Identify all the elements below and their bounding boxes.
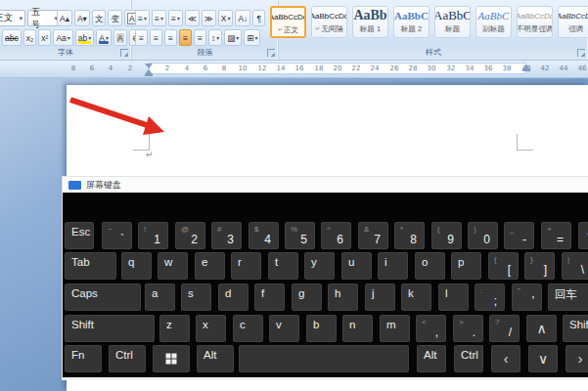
key-semicolon[interactable]: :; — [475, 283, 505, 311]
style-title[interactable]: AaBbC标题 — [434, 6, 471, 38]
key-space[interactable] — [239, 345, 409, 372]
change-case-button[interactable]: 变 — [108, 10, 122, 26]
key-bracket-open[interactable]: {[ — [488, 252, 519, 280]
key-5[interactable]: %5 — [285, 222, 315, 249]
key-6[interactable]: ^6 — [321, 222, 351, 249]
clear-formatting-button[interactable]: Aa — [53, 29, 72, 46]
strikethrough-button[interactable]: abc — [2, 29, 22, 46]
grow-font-button[interactable]: A▴ — [57, 10, 72, 26]
key-t[interactable]: t — [268, 252, 298, 280]
key-shift-left[interactable]: Shift — [65, 315, 155, 342]
key-7[interactable]: &7 — [358, 222, 388, 249]
decrease-indent-button[interactable]: ≪ — [185, 10, 200, 26]
key-d[interactable]: d — [218, 283, 249, 311]
style-heading1[interactable]: AaBb标题 1 — [352, 6, 388, 38]
key-alt-right[interactable]: Alt — [417, 345, 446, 372]
shrink-font-button[interactable]: A▾ — [74, 10, 90, 26]
key-3[interactable]: #3 — [211, 222, 242, 249]
style-subtle-emphasis[interactable]: AaBbCcDd不明显强调 — [517, 6, 553, 38]
text-highlight-button[interactable]: ab — [75, 29, 94, 46]
style-emphasis[interactable]: AaBbCcDd强调 — [558, 6, 588, 38]
line-spacing-button[interactable]: ↕ — [208, 29, 222, 46]
keyboard-titlebar[interactable]: 屏幕键盘 — [63, 177, 588, 193]
key-caps[interactable]: Caps — [65, 283, 141, 311]
key-backtick[interactable]: ~` — [102, 222, 132, 249]
key-equals[interactable]: += — [541, 222, 571, 249]
shading-button[interactable]: ▨ — [224, 29, 242, 46]
pinyin-guide-button[interactable]: 文 — [92, 10, 107, 26]
key-arrow-up[interactable]: ∧ — [526, 315, 557, 342]
key-minus[interactable]: _- — [504, 222, 534, 249]
paragraph-dialog-launcher-icon[interactable] — [267, 49, 275, 57]
numbering-button[interactable]: ≡ — [152, 10, 166, 26]
key-v[interactable]: v — [269, 315, 299, 342]
key-r[interactable]: r — [231, 252, 261, 280]
key-g[interactable]: g — [292, 283, 322, 311]
key-tab[interactable]: Tab — [65, 252, 116, 280]
key-p[interactable]: p — [451, 252, 481, 280]
key-n[interactable]: n — [342, 315, 373, 342]
font-color-button[interactable]: A — [96, 29, 112, 46]
left-indent-marker[interactable] — [145, 74, 153, 76]
key-esc[interactable]: Esc — [65, 222, 94, 249]
multilevel-list-button[interactable]: ≡ — [168, 10, 183, 26]
key-9[interactable]: (9 — [431, 222, 462, 249]
styles-dialog-launcher-icon[interactable] — [577, 49, 585, 57]
superscript-button[interactable]: x² — [38, 29, 51, 46]
key-c[interactable]: c — [233, 315, 263, 342]
key-1[interactable]: !1 — [138, 222, 168, 249]
font-dialog-launcher-icon[interactable] — [120, 49, 128, 57]
key-i[interactable]: i — [378, 252, 408, 280]
style-heading2[interactable]: AaBbC标题 2 — [393, 6, 430, 38]
align-center-button[interactable]: ≡ — [150, 29, 162, 46]
justify-button[interactable]: ≡ — [179, 29, 192, 46]
key-x[interactable]: x — [196, 315, 226, 342]
key-h[interactable]: h — [328, 283, 358, 311]
asian-layout-button[interactable]: X — [218, 10, 234, 26]
key-backspace[interactable]: ← — [578, 222, 588, 249]
key-0[interactable]: )0 — [468, 222, 498, 249]
key-alt-left[interactable]: Alt — [197, 345, 234, 372]
increase-indent-button[interactable]: ≫ — [202, 10, 216, 26]
align-right-button[interactable]: ≡ — [164, 29, 177, 46]
key-k[interactable]: k — [401, 283, 431, 311]
key-8[interactable]: *8 — [394, 222, 425, 249]
key-s[interactable]: s — [181, 283, 211, 311]
subscript-button[interactable]: x₂ — [23, 29, 37, 46]
show-marks-button[interactable]: ¶ — [252, 10, 265, 26]
font-name-combo[interactable]: 正文 — [0, 10, 25, 26]
key-slash[interactable]: ?/ — [489, 315, 520, 342]
key-u[interactable]: u — [341, 252, 372, 280]
style-normal[interactable]: AaBbCcDd↵正文 — [270, 6, 306, 38]
key-fn[interactable]: Fn — [65, 345, 102, 372]
key-z[interactable]: z — [159, 315, 190, 342]
key-period[interactable]: >. — [453, 315, 483, 342]
key-arrow-left[interactable]: ‹ — [491, 345, 520, 372]
key-e[interactable]: e — [195, 252, 225, 280]
key-w[interactable]: w — [158, 252, 188, 280]
align-left-button[interactable]: ≡ — [135, 29, 148, 46]
key-comma[interactable]: <, — [416, 315, 446, 342]
borders-button[interactable]: ⊞ — [244, 29, 260, 46]
key-j[interactable]: j — [365, 283, 395, 311]
key-4[interactable]: $4 — [249, 222, 279, 249]
key-ctrl-left[interactable]: Ctrl — [109, 345, 146, 372]
key-m[interactable]: m — [380, 315, 410, 342]
key-y[interactable]: y — [304, 252, 335, 280]
key-o[interactable]: o — [415, 252, 445, 280]
key-shift-right[interactable]: Shift — [563, 315, 588, 342]
bullets-button[interactable]: ≡ — [135, 10, 150, 26]
first-line-indent-marker[interactable] — [145, 64, 153, 68]
sort-button[interactable]: A↓ — [235, 10, 250, 26]
key-quote[interactable]: "' — [512, 283, 542, 311]
key-q[interactable]: q — [121, 252, 152, 280]
key-a[interactable]: a — [145, 283, 175, 311]
style-no-spacing[interactable]: AaBbCcDd↵无间隔 — [311, 6, 347, 38]
key-arrow-down[interactable]: ∨ — [528, 345, 558, 372]
character-shading-button[interactable]: A — [113, 29, 127, 46]
key-f[interactable]: f — [254, 283, 285, 311]
distribute-button[interactable]: ≡ — [194, 29, 206, 46]
key-ctrl-right[interactable]: Ctrl — [454, 345, 483, 372]
key-l[interactable]: l — [438, 283, 469, 311]
key-bracket-close[interactable]: }] — [524, 252, 555, 280]
